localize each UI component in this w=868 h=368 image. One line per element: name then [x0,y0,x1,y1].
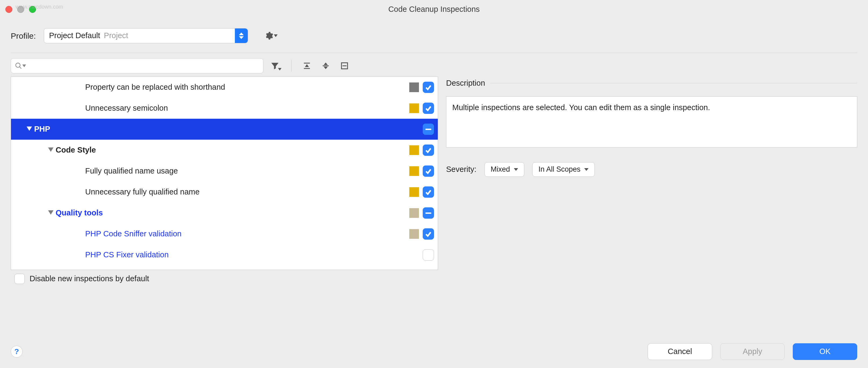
severity-row: Severity: Mixed In All Scopes [446,162,857,177]
expand-all-button[interactable] [301,60,313,72]
tree-row-label: Unnecessary fully qualified name [85,187,409,197]
severity-swatch [409,208,419,218]
disable-new-label: Disable new inspections by default [30,274,149,284]
severity-label: Severity: [446,164,476,175]
inspection-checkbox[interactable] [423,207,434,219]
watermark: www.macdown.com [16,3,63,10]
dialog-window: { "title": "Code Cleanup Inspections", "… [0,0,868,368]
dropdown-arrow-icon [278,68,281,70]
inspection-checkbox[interactable] [423,103,434,114]
severity-swatch [409,250,419,260]
svg-line-1 [20,67,22,69]
disclosure-triangle-icon [48,147,54,153]
tree-row-label: PHP [34,124,409,134]
inspection-checkbox[interactable] [423,165,434,177]
cancel-button[interactable]: Cancel [648,343,712,360]
tree-row-label: Unnecessary semicolon [85,103,409,113]
toolbar [0,53,868,76]
inspection-checkbox[interactable] [423,187,434,198]
apply-button[interactable]: Apply [720,343,785,360]
tree-row[interactable]: PHP [11,119,438,140]
tree-row[interactable]: Fully qualified name usage [11,161,438,181]
search-field[interactable] [11,58,264,73]
description-header: Description [446,78,857,88]
tree-row-label: Fully qualified name usage [85,166,409,176]
main-content: Property can be replaced with shorthandU… [0,76,868,270]
tree-row-label: Quality tools [56,208,409,218]
expand-all-icon [303,62,311,70]
scope-dropdown[interactable]: In All Scopes [532,162,595,177]
updown-icon [235,29,248,43]
gear-icon [264,31,273,40]
tree-row[interactable]: Code Style [11,140,438,161]
description-label: Description [446,78,485,88]
dropdown-arrow-icon [274,34,278,37]
mixed-dash-icon [425,212,431,214]
svg-point-0 [16,63,20,67]
profile-label: Profile: [11,31,36,41]
check-icon [425,231,432,237]
inspection-checkbox[interactable] [423,124,434,135]
disable-new-checkbox[interactable] [14,274,25,284]
search-input[interactable] [28,62,259,70]
ok-button[interactable]: OK [793,343,857,360]
severity-swatch [409,82,419,92]
severity-swatch [409,229,419,239]
check-icon [425,147,432,154]
mixed-dash-icon [425,129,431,130]
tree-row[interactable]: Quality tools [11,203,438,224]
tree-row-label: PHP CS Fixer validation [85,250,409,260]
disclosure-toggle[interactable] [46,147,56,153]
tree-row-label: PHP Code Sniffer validation [85,229,409,239]
check-icon [425,189,432,196]
reset-button[interactable] [338,60,351,72]
profile-combobox[interactable]: Project Default Project [44,28,248,43]
disclosure-triangle-icon [27,127,32,132]
tree-row[interactable]: PHP CS Fixer validation [11,244,438,265]
tree-row[interactable]: Unnecessary semicolon [11,98,438,119]
tree-row[interactable]: PHP Code Sniffer validation [11,224,438,244]
severity-dropdown[interactable]: Mixed [485,162,524,177]
details-panel: Description Multiple inspections are sel… [446,76,857,270]
tree-row-label: Property can be replaced with shorthand [85,82,409,92]
inspection-checkbox[interactable] [423,144,434,156]
severity-swatch [409,145,419,155]
button-bar: ? Cancel Apply OK [0,343,868,360]
tree-row[interactable]: Property can be replaced with shorthand [11,77,438,98]
collapse-all-button[interactable] [319,60,332,72]
search-options-arrow-icon [22,64,26,67]
disclosure-toggle[interactable] [25,127,34,132]
inspection-tree[interactable]: Property can be replaced with shorthandU… [11,76,438,270]
titlebar: Code Cleanup Inspections www.macdown.com [0,0,868,19]
inspection-checkbox[interactable] [423,228,434,240]
filter-button[interactable] [270,60,282,72]
chevron-down-icon [584,168,589,171]
description-text: Multiple inspections are selected. You c… [446,96,857,147]
reset-icon [340,62,348,70]
profile-actions-button[interactable] [264,31,278,40]
collapse-all-icon [322,62,330,70]
severity-swatch [409,187,419,197]
tree-row[interactable]: Unnecessary fully qualified name [11,181,438,203]
inspection-checkbox[interactable] [423,82,434,93]
check-icon [425,105,432,112]
disclosure-triangle-icon [48,210,54,216]
chevron-down-icon [514,168,518,171]
check-icon [425,84,432,91]
severity-value: Mixed [491,165,510,174]
action-buttons: Cancel Apply OK [648,343,857,360]
profile-value: Project Default [44,31,100,41]
help-button[interactable]: ? [11,346,23,358]
window-title: Code Cleanup Inspections [0,4,868,14]
profile-row: Profile: Project Default Project [0,19,868,53]
disclosure-toggle[interactable] [46,210,56,216]
inspection-checkbox[interactable] [423,249,434,261]
search-icon [15,62,22,70]
tree-row-label: Code Style [56,145,409,155]
scope-value: In All Scopes [538,165,581,174]
profile-hint: Project [104,31,128,41]
check-icon [425,168,432,175]
severity-swatch [409,103,419,113]
severity-swatch [409,124,419,134]
disable-new-row: Disable new inspections by default [0,270,868,284]
